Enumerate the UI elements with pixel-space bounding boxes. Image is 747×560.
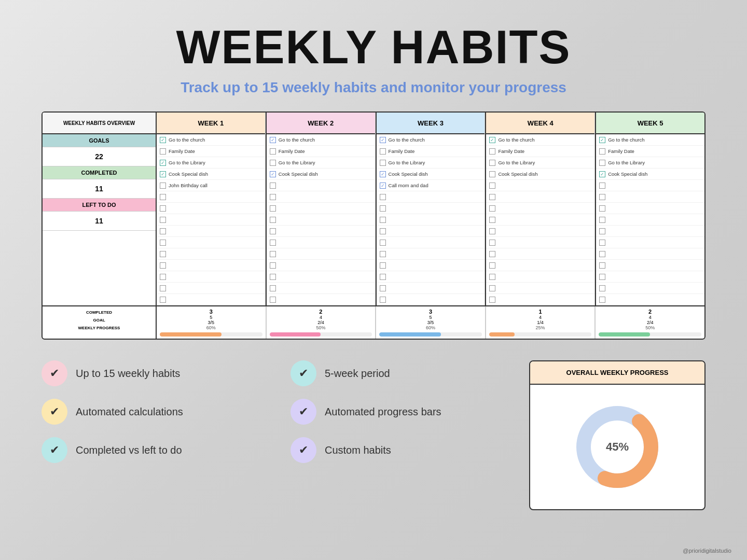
checkbox[interactable]: ✓ xyxy=(380,171,386,177)
checkbox[interactable] xyxy=(599,297,605,303)
habit-row[interactable]: Cook Special dish xyxy=(486,169,594,180)
checkbox[interactable] xyxy=(160,240,166,246)
checkbox[interactable] xyxy=(380,228,386,234)
habit-row[interactable] xyxy=(377,191,485,203)
habit-row[interactable]: Family Date xyxy=(377,146,485,157)
checkbox[interactable]: ✓ xyxy=(380,137,386,143)
checkbox[interactable] xyxy=(270,194,276,200)
checkbox[interactable] xyxy=(599,205,605,212)
habit-row[interactable]: ✓Cook Special dish xyxy=(377,169,485,180)
habit-row[interactable] xyxy=(596,226,704,237)
checkbox[interactable] xyxy=(489,171,495,177)
checkbox[interactable] xyxy=(599,160,605,166)
checkbox[interactable] xyxy=(270,160,276,166)
checkbox[interactable] xyxy=(380,262,386,269)
checkbox[interactable] xyxy=(270,240,276,246)
habit-row[interactable] xyxy=(596,180,704,191)
checkbox[interactable] xyxy=(270,262,276,269)
habit-row[interactable]: Go to the Library xyxy=(267,157,375,169)
habit-row[interactable]: Go to the Library xyxy=(377,157,485,169)
habit-row[interactable] xyxy=(596,237,704,248)
checkbox[interactable] xyxy=(380,217,386,223)
checkbox[interactable] xyxy=(380,285,386,291)
habit-row[interactable]: Go to the Library xyxy=(486,157,594,169)
habit-row[interactable] xyxy=(486,203,594,214)
habit-row[interactable] xyxy=(596,214,704,226)
habit-row[interactable]: ✓Go to the church xyxy=(157,134,265,146)
habit-row[interactable]: Go to the Library xyxy=(596,157,704,169)
checkbox[interactable] xyxy=(489,251,495,257)
checkbox[interactable] xyxy=(160,285,166,291)
habit-row[interactable] xyxy=(486,214,594,226)
checkbox[interactable] xyxy=(489,285,495,291)
checkbox[interactable] xyxy=(160,274,166,280)
habit-row[interactable]: Family Date xyxy=(486,146,594,157)
checkbox[interactable]: ✓ xyxy=(160,137,166,143)
habit-row[interactable] xyxy=(267,226,375,237)
checkbox[interactable] xyxy=(599,262,605,269)
checkbox[interactable]: ✓ xyxy=(489,137,495,143)
checkbox[interactable] xyxy=(489,274,495,280)
checkbox[interactable] xyxy=(489,262,495,269)
habit-row[interactable] xyxy=(596,248,704,260)
habit-row[interactable]: ✓Go to the Library xyxy=(157,157,265,169)
checkbox[interactable] xyxy=(270,285,276,291)
checkbox[interactable] xyxy=(380,205,386,212)
habit-row[interactable] xyxy=(486,283,594,294)
habit-row[interactable]: ✓Go to the church xyxy=(486,134,594,146)
habit-row[interactable] xyxy=(157,271,265,283)
checkbox[interactable]: ✓ xyxy=(160,171,166,177)
habit-row[interactable] xyxy=(157,294,265,305)
habit-row[interactable] xyxy=(157,248,265,260)
checkbox[interactable] xyxy=(489,148,495,155)
habit-row[interactable] xyxy=(596,260,704,271)
checkbox[interactable] xyxy=(160,251,166,257)
habit-row[interactable] xyxy=(267,237,375,248)
habit-row[interactable] xyxy=(267,180,375,191)
habit-row[interactable] xyxy=(377,294,485,305)
checkbox[interactable] xyxy=(489,183,495,189)
checkbox[interactable] xyxy=(270,205,276,212)
checkbox[interactable] xyxy=(489,240,495,246)
habit-row[interactable] xyxy=(596,283,704,294)
checkbox[interactable] xyxy=(489,160,495,166)
habit-row[interactable] xyxy=(377,203,485,214)
checkbox[interactable] xyxy=(599,274,605,280)
habit-row[interactable] xyxy=(486,237,594,248)
habit-row[interactable] xyxy=(486,260,594,271)
checkbox[interactable]: ✓ xyxy=(270,137,276,143)
habit-row[interactable] xyxy=(267,260,375,271)
checkbox[interactable] xyxy=(380,148,386,155)
checkbox[interactable]: ✓ xyxy=(599,171,605,177)
checkbox[interactable] xyxy=(489,228,495,234)
checkbox[interactable] xyxy=(270,274,276,280)
habit-row[interactable]: Family Date xyxy=(157,146,265,157)
habit-row[interactable] xyxy=(267,214,375,226)
habit-row[interactable] xyxy=(157,203,265,214)
checkbox[interactable] xyxy=(599,228,605,234)
checkbox[interactable] xyxy=(489,205,495,212)
checkbox[interactable]: ✓ xyxy=(380,183,386,189)
habit-row[interactable] xyxy=(377,260,485,271)
checkbox[interactable] xyxy=(489,217,495,223)
habit-row[interactable] xyxy=(377,248,485,260)
checkbox[interactable] xyxy=(270,251,276,257)
habit-row[interactable] xyxy=(157,283,265,294)
habit-row[interactable] xyxy=(377,214,485,226)
habit-row[interactable] xyxy=(267,294,375,305)
habit-row[interactable]: Family Date xyxy=(596,146,704,157)
checkbox[interactable] xyxy=(270,183,276,189)
habit-row[interactable] xyxy=(157,226,265,237)
checkbox[interactable] xyxy=(160,194,166,200)
checkbox[interactable] xyxy=(160,262,166,269)
checkbox[interactable] xyxy=(160,228,166,234)
checkbox[interactable] xyxy=(599,217,605,223)
checkbox[interactable]: ✓ xyxy=(160,160,166,166)
habit-row[interactable]: ✓Go to the church xyxy=(377,134,485,146)
checkbox[interactable] xyxy=(599,183,605,189)
habit-row[interactable] xyxy=(486,248,594,260)
habit-row[interactable] xyxy=(596,294,704,305)
checkbox[interactable] xyxy=(270,148,276,155)
habit-row[interactable] xyxy=(596,271,704,283)
checkbox[interactable] xyxy=(270,217,276,223)
